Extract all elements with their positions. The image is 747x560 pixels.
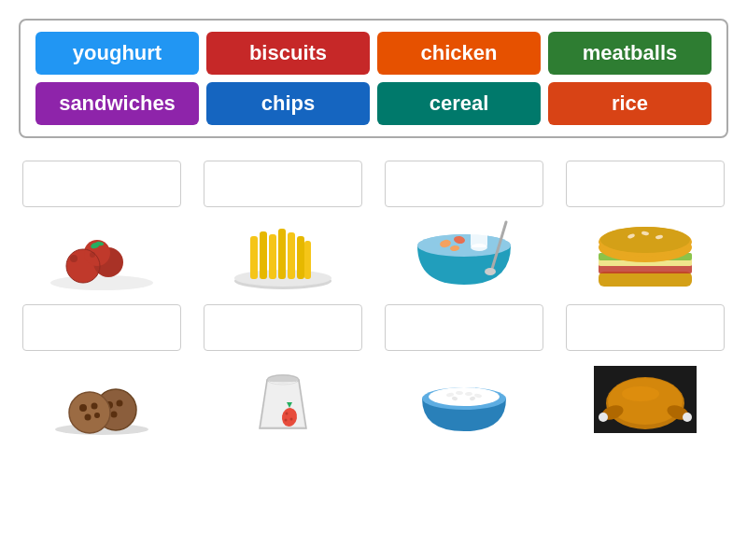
chips-icon [222,217,344,292]
svg-point-21 [471,244,487,251]
svg-point-26 [485,268,496,275]
yoghurt-icon [222,361,344,436]
svg-rect-17 [304,241,311,279]
svg-point-33 [600,227,690,253]
svg-point-66 [608,378,683,425]
drop-box-rice[interactable] [385,304,543,351]
svg-point-55 [285,419,288,422]
svg-rect-16 [297,236,304,279]
svg-point-48 [94,413,100,418]
svg-point-6 [90,252,95,258]
match-row-2 [19,304,728,441]
svg-rect-13 [269,234,276,279]
svg-point-47 [85,414,92,421]
svg-point-69 [599,413,608,422]
match-col-chicken [562,304,728,441]
food-image-cereal [385,213,543,297]
svg-rect-14 [278,229,286,279]
food-image-youghurt [204,357,362,441]
match-col-meatballs [19,161,185,297]
chip-cereal[interactable]: cereal [377,82,541,125]
food-image-chips [204,213,362,297]
biscuits-icon [41,361,162,436]
chip-biscuits[interactable]: biscuits [206,32,370,75]
food-image-biscuits [22,357,181,441]
svg-point-5 [70,255,78,262]
match-col-sandwich [562,161,728,297]
svg-rect-11 [250,236,258,279]
cereal-icon [403,217,525,292]
svg-point-53 [286,413,289,415]
chip-rice[interactable]: rice [548,82,712,125]
match-col-chips [200,161,366,297]
svg-point-54 [290,418,293,421]
drop-box-sandwich[interactable] [566,161,725,207]
drop-box-youghurt[interactable] [204,304,362,351]
svg-point-57 [429,387,500,406]
svg-point-70 [683,413,692,422]
food-image-meatballs [22,213,181,297]
svg-rect-20 [471,217,487,247]
match-col-cereal [381,161,547,297]
chip-youghurt[interactable]: youghurt [35,32,199,75]
chip-sandwiches[interactable]: sandwiches [35,82,199,125]
food-image-sandwich [566,213,725,297]
chip-chicken[interactable]: chicken [377,32,541,75]
meatballs-icon [41,217,162,292]
chip-meatballs[interactable]: meatballs [548,32,712,75]
svg-rect-27 [599,272,692,287]
match-col-rice [381,304,547,441]
match-col-biscuits [19,304,185,441]
chip-chips[interactable]: chips [206,82,370,125]
svg-point-45 [79,404,87,412]
food-image-chicken [566,357,725,441]
drop-box-cereal[interactable] [385,161,543,207]
drop-box-chicken[interactable] [566,304,725,351]
svg-point-71 [622,386,659,401]
match-col-youghurt [200,304,366,441]
word-bank: youghurt biscuits chicken meatballs sand… [19,19,728,138]
chicken-icon [585,361,706,436]
rice-icon [403,361,525,436]
svg-rect-12 [260,231,267,279]
svg-point-0 [50,275,153,290]
svg-point-41 [117,400,123,407]
drop-box-biscuits[interactable] [22,304,181,351]
match-row-1 [19,161,728,297]
svg-rect-15 [288,232,295,279]
svg-point-42 [111,412,118,418]
svg-point-46 [92,403,98,410]
food-image-rice [385,357,543,441]
drop-box-chips[interactable] [204,161,362,207]
sandwich-icon [585,217,706,292]
drop-box-meatballs[interactable] [22,161,181,207]
